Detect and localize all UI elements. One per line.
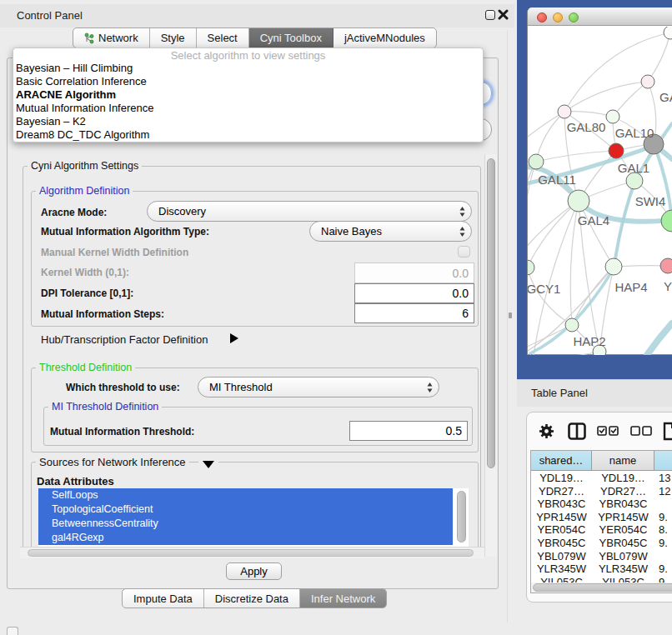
window-zoom-icon[interactable] — [569, 12, 579, 22]
table-cell[interactable]: YBL079W — [592, 550, 654, 563]
select-all-icon[interactable] — [597, 426, 619, 436]
table-cell[interactable]: 13 — [654, 472, 672, 485]
dropdown-item[interactable]: Bayesian – Hill Climbing — [13, 62, 483, 75]
network-node[interactable] — [606, 110, 619, 123]
attribute-item[interactable]: gal4RGexp — [38, 531, 453, 545]
collapse-arrow-icon[interactable] — [198, 457, 218, 470]
table-cell[interactable]: YBR045C — [531, 537, 592, 550]
table-cell[interactable]: 9. — [654, 537, 672, 550]
network-node[interactable] — [660, 258, 672, 273]
bottom-left-checkbox[interactable] — [7, 627, 18, 635]
network-edge-thick — [614, 185, 634, 265]
tab-style[interactable]: Style — [150, 28, 197, 48]
close-panel-icon[interactable] — [498, 9, 509, 20]
dropdown-item[interactable]: Bayesian – K2 — [13, 115, 483, 128]
table-cell[interactable]: YDR27… — [531, 485, 592, 498]
network-graph[interactable]: GALGAL80GAL10GAL1GAL11SWI4GAL4GCY1HAP4YH… — [528, 27, 672, 355]
table-cell[interactable]: YER054C — [531, 523, 592, 537]
table-cell[interactable]: 9. — [654, 562, 672, 576]
mi-threshold-field[interactable]: 0.5 — [349, 421, 468, 441]
table-cell[interactable]: YBL079W — [531, 550, 592, 563]
combo-arrows-icon — [459, 207, 465, 217]
column-header-name[interactable]: name — [592, 451, 654, 471]
aracne-mode-combobox[interactable]: Discovery — [147, 201, 472, 222]
tab-network[interactable]: Network — [73, 28, 150, 48]
network-node-label: GAL11 — [538, 172, 576, 187]
dropdown-item[interactable]: Dream8 DC_TDC Algorithm — [13, 128, 483, 142]
network-node[interactable] — [664, 27, 672, 39]
window-close-icon[interactable] — [537, 12, 547, 22]
attribute-item[interactable]: TopologicalCoefficient — [38, 502, 453, 517]
window-minimize-icon[interactable] — [553, 12, 563, 22]
node-table[interactable]: shared…nameAYDL19…YDL19…13YDR27…YDR27…12… — [530, 450, 672, 593]
manual-kernel-label: Manual Kernel Width Definition — [41, 247, 188, 258]
panel-divider[interactable] — [507, 30, 508, 622]
dropdown-item[interactable]: Basic Correlation Inference — [13, 75, 483, 88]
kernel-width-field[interactable]: 0.0 — [354, 262, 474, 283]
network-node[interactable] — [529, 154, 544, 169]
table-cell[interactable]: 9. — [654, 511, 672, 524]
attribute-item[interactable]: BetweennessCentrality — [38, 517, 453, 531]
network-window-titlebar[interactable] — [528, 8, 672, 26]
table-cell[interactable]: YDR27… — [592, 485, 654, 498]
which-threshold-label: Which threshold to use: — [66, 382, 180, 393]
table-cell[interactable]: YDL19… — [531, 472, 592, 485]
settings-vertical-scrollbar-track[interactable] — [484, 154, 497, 557]
table-cell[interactable]: YBR043C — [592, 498, 654, 511]
settings-horizontal-scrollbar-thumb[interactable] — [28, 549, 474, 557]
mi-type-combobox[interactable]: Naive Bayes — [309, 221, 472, 242]
table-horizontal-scrollbar-thumb[interactable] — [533, 583, 672, 592]
table-cell[interactable]: YPR145W — [531, 511, 592, 524]
table-cell[interactable]: YBR045C — [592, 537, 654, 550]
network-node[interactable] — [528, 260, 534, 275]
attributes-list-scrollbar[interactable] — [457, 491, 466, 542]
network-node[interactable] — [641, 75, 654, 88]
tab-cyni-toolbox[interactable]: Cyni Toolbox — [249, 28, 333, 48]
settings-vertical-scrollbar-thumb[interactable] — [487, 158, 495, 468]
network-node[interactable] — [568, 190, 589, 212]
document-icon[interactable] — [663, 422, 672, 441]
table-cell[interactable]: YER054C — [592, 523, 654, 537]
manual-kernel-checkbox[interactable] — [458, 246, 470, 258]
mi-steps-field[interactable]: 6 — [354, 303, 474, 323]
dpi-tolerance-field[interactable]: 0.0 — [354, 283, 474, 303]
tab-select[interactable]: Select — [197, 28, 249, 48]
bottom-tab-discretize-data[interactable]: Discretize Data — [204, 589, 300, 608]
table-cell[interactable]: YDL19… — [592, 472, 654, 485]
tab-label: Select — [208, 32, 238, 44]
column-header-shared-[interactable]: shared… — [531, 451, 592, 471]
deselect-all-icon[interactable] — [630, 426, 652, 436]
divider-handle-icon[interactable] — [509, 312, 512, 318]
columns-icon[interactable] — [568, 422, 586, 440]
dropdown-item[interactable]: ARACNE Algorithm — [13, 88, 483, 102]
data-attributes-list[interactable]: SelfLoopsTopologicalCoefficientBetweenne… — [38, 488, 469, 547]
which-threshold-combobox[interactable]: MI Threshold — [198, 377, 439, 398]
table-horizontal-scrollbar-track[interactable] — [531, 582, 672, 592]
network-node[interactable] — [626, 172, 643, 189]
tab-jactivemnodules[interactable]: jActiveMNodules — [333, 28, 436, 48]
control-panel-tabs: NetworkStyleSelectCyni ToolboxjActiveMNo… — [73, 28, 437, 48]
attribute-item[interactable]: SelfLoops — [38, 488, 453, 502]
table-cell[interactable]: 12 — [654, 485, 672, 498]
table-cell[interactable]: YPR145W — [592, 511, 654, 524]
network-node[interactable] — [558, 105, 571, 118]
expand-arrow-icon[interactable] — [230, 333, 238, 343]
table-cell[interactable]: 8. — [654, 523, 672, 537]
gear-icon[interactable] — [539, 423, 554, 439]
bottom-tab-infer-network[interactable]: Infer Network — [300, 589, 386, 608]
network-node[interactable] — [605, 258, 622, 275]
settings-horizontal-scrollbar-track[interactable] — [20, 547, 484, 558]
apply-button[interactable]: Apply — [226, 562, 282, 580]
algorithm-definition-title: Algorithm Definition — [36, 185, 133, 197]
float-panel-icon[interactable] — [485, 10, 495, 20]
network-node[interactable] — [609, 143, 624, 158]
table-cell[interactable]: YLR345W — [592, 562, 654, 576]
cyni-algorithm-settings-title: Cyni Algorithm Settings — [28, 160, 142, 172]
bottom-tab-impute-data[interactable]: Impute Data — [123, 589, 204, 608]
table-cell[interactable]: YLR345W — [531, 562, 592, 576]
table-cell[interactable]: YBR043C — [531, 498, 592, 511]
network-node[interactable] — [661, 210, 672, 232]
dropdown-item[interactable]: Mutual Information Inference — [13, 102, 483, 115]
network-node[interactable] — [565, 318, 579, 332]
column-header-a[interactable]: A — [654, 451, 672, 471]
